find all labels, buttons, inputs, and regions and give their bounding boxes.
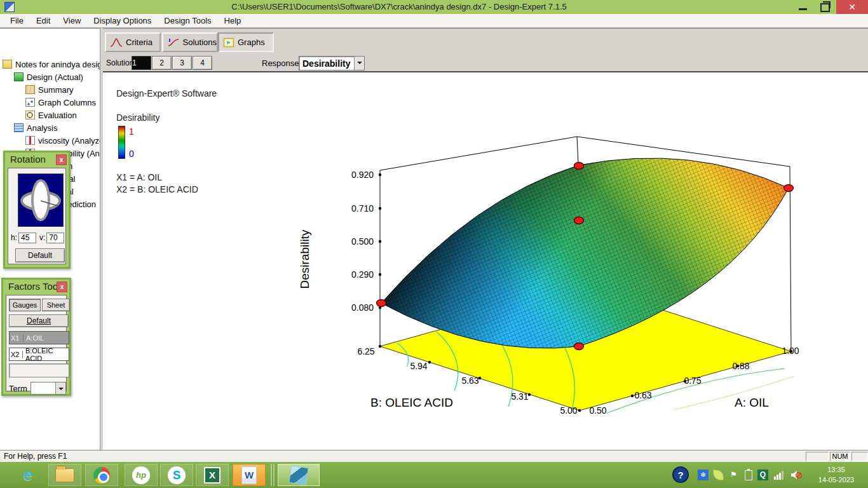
- solutions-toolbar: Solutions 1 2 3 4 Response: Desirability: [103, 54, 868, 72]
- response-dropdown[interactable]: Desirability: [299, 56, 365, 71]
- rotation-close-button[interactable]: x: [56, 154, 67, 165]
- colorbar-max-label: 1: [129, 126, 134, 137]
- thermometer-icon: [25, 136, 35, 145]
- tree-item-analysis[interactable]: Analysis: [14, 121, 57, 134]
- term-dropdown-arrow-icon[interactable]: [55, 383, 65, 394]
- skype-icon: S: [168, 466, 186, 484]
- taskbar-excel[interactable]: X: [196, 464, 229, 486]
- colorbar-min-label: 0: [129, 149, 134, 159]
- rotation-gimbal-icon[interactable]: [18, 173, 64, 227]
- tree-item-viscosity[interactable]: viscosity (Analyzed: [25, 134, 100, 147]
- titlebar: C:\Users\USER1\Documents\Software\DX7\cr…: [0, 0, 868, 14]
- factor-x1-id: X1: [10, 334, 24, 342]
- solution-3-button[interactable]: 3: [172, 56, 192, 70]
- status-cell-1: [806, 452, 829, 461]
- solution-4-button[interactable]: 4: [193, 56, 212, 70]
- factors-dialog-title: Factors Tool: [8, 281, 60, 292]
- tree-item-notes[interactable]: Notes for anindya design.d: [3, 58, 100, 71]
- solution-1-button[interactable]: 1: [132, 56, 151, 70]
- graphs-icon: [223, 37, 234, 48]
- factors-dialog-titlebar[interactable]: Factors Tool x: [3, 280, 69, 295]
- tray-help-icon[interactable]: ?: [672, 466, 689, 483]
- legend-x2-label: X2 = B: OLEIC ACID: [116, 184, 198, 194]
- taskbar-hp[interactable]: hp: [125, 464, 158, 486]
- word-icon: W: [241, 466, 257, 484]
- status-help-text: For Help, press F1: [4, 452, 67, 461]
- close-button[interactable]: ✕: [836, 0, 868, 14]
- tree-item-summary[interactable]: Summary: [25, 83, 74, 96]
- rotation-dialog-body: h: v: Default: [8, 168, 66, 264]
- tab-criteria[interactable]: Criteria: [105, 32, 161, 52]
- tab-graphs[interactable]: Graphs: [218, 32, 274, 52]
- taskbar: e hp S X W ? ❄ ⚑ Q 13:35 14-05-2023: [0, 462, 868, 488]
- tray-q-icon[interactable]: Q: [757, 470, 768, 480]
- design-expert-icon: [288, 465, 309, 485]
- sheet-button[interactable]: Sheet: [42, 299, 70, 311]
- solution-2-button[interactable]: 2: [152, 56, 172, 70]
- internet-explorer-icon: e: [24, 465, 32, 485]
- tray-volume-muted-icon[interactable]: [790, 470, 801, 481]
- status-cell-2: [851, 452, 868, 461]
- software-watermark: Design-Expert® Software: [116, 88, 217, 98]
- menu-design-tools[interactable]: Design Tools: [158, 14, 217, 27]
- menu-view[interactable]: View: [57, 14, 87, 27]
- rotation-default-button[interactable]: Default: [15, 248, 65, 262]
- menu-help[interactable]: Help: [218, 14, 248, 27]
- plot-area: [103, 72, 868, 450]
- graph-columns-icon: [25, 98, 35, 107]
- rotation-dialog-titlebar[interactable]: Rotation x: [5, 152, 69, 168]
- factors-dialog-body: Gauges Sheet Default X1 A:OIL X2 B:OLEIC…: [6, 295, 67, 391]
- factor-x2-id: X2: [10, 351, 23, 358]
- dropdown-arrow-icon[interactable]: [354, 57, 364, 70]
- rotation-dialog-title: Rotation: [10, 154, 46, 165]
- term-dropdown[interactable]: [31, 382, 66, 395]
- taskbar-chrome[interactable]: [85, 464, 118, 486]
- tray-snowflake-icon[interactable]: ❄: [698, 470, 709, 480]
- folder-icon: [3, 60, 12, 69]
- restore-button[interactable]: [815, 0, 835, 14]
- tree-item-graph-columns[interactable]: Graph Columns: [25, 96, 96, 109]
- window-title: C:\Users\USER1\Documents\Software\DX7\cr…: [0, 0, 798, 14]
- factor-x2-row[interactable]: X2 B:OLEIC ACID: [9, 348, 69, 361]
- tree-item-evaluation[interactable]: Evaluation: [25, 109, 77, 121]
- response-value: Desirability: [302, 58, 350, 69]
- tray-leaf-icon[interactable]: [713, 470, 724, 480]
- design-icon: [14, 72, 24, 81]
- v-rotation-input[interactable]: [46, 233, 64, 243]
- tray-clock[interactable]: 13:35 14-05-2023: [811, 464, 862, 485]
- file-explorer-icon: [55, 468, 74, 482]
- solutions-icon: [167, 37, 180, 48]
- hp-icon: hp: [132, 466, 150, 484]
- tray-battery-icon[interactable]: [745, 470, 752, 480]
- tray-signal-icon[interactable]: [774, 471, 785, 482]
- taskbar-internet-explorer[interactable]: e: [11, 464, 44, 486]
- tray-time: 13:35: [811, 464, 862, 475]
- factor-x1-value: A:OIL: [24, 334, 44, 342]
- menu-file[interactable]: File: [4, 14, 30, 27]
- factors-empty-box: [9, 363, 69, 377]
- factor-x1-row[interactable]: X1 A:OIL: [9, 331, 69, 344]
- colorbar: [118, 126, 125, 159]
- criteria-icon: [110, 37, 123, 48]
- rotation-dialog: Rotation x h: v: Default: [3, 151, 71, 269]
- chrome-icon: [93, 467, 110, 484]
- taskbar-skype[interactable]: S: [160, 464, 193, 486]
- excel-icon: X: [204, 467, 220, 484]
- menu-edit[interactable]: Edit: [30, 14, 57, 27]
- factors-default-button[interactable]: Default: [9, 315, 69, 327]
- tab-solutions[interactable]: Solutions: [162, 32, 218, 52]
- minimize-button[interactable]: [793, 0, 813, 14]
- factors-close-button[interactable]: x: [57, 281, 67, 292]
- statusbar: For Help, press F1 NUM: [0, 450, 868, 462]
- tray-flag-icon[interactable]: ⚑: [728, 470, 739, 480]
- factor-x2-value: B:OLEIC ACID: [23, 347, 69, 362]
- taskbar-file-explorer[interactable]: [48, 464, 81, 486]
- tree-item-design[interactable]: Design (Actual): [14, 71, 83, 83]
- analysis-icon: [14, 123, 24, 132]
- gauges-button[interactable]: Gauges: [9, 299, 41, 311]
- taskbar-word[interactable]: W: [233, 464, 266, 486]
- h-rotation-input[interactable]: [18, 233, 36, 243]
- taskbar-design-expert-active[interactable]: [278, 464, 320, 486]
- menu-display-options[interactable]: Display Options: [87, 14, 158, 27]
- status-num-indicator: NUM: [830, 452, 850, 461]
